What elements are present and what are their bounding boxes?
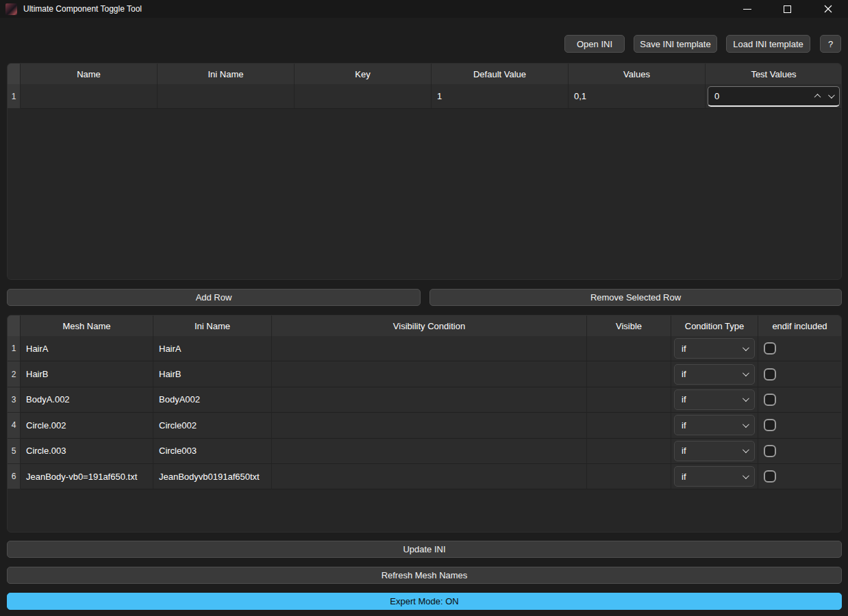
load-ini-template-button[interactable]: Load INI template — [726, 35, 810, 53]
open-ini-button[interactable]: Open INI — [564, 35, 625, 53]
update-ini-button[interactable]: Update INI — [7, 541, 842, 558]
spinbox-value: 0 — [714, 91, 815, 101]
app-window: Ultimate Component Toggle Tool Open INI … — [0, 0, 848, 616]
cell-condition-type: if — [671, 387, 758, 413]
cell-visible[interactable] — [587, 336, 671, 361]
col-visible[interactable]: Visible — [587, 316, 671, 336]
help-button[interactable]: ? — [820, 35, 841, 53]
row-number[interactable]: 6 — [8, 464, 21, 489]
cell-visible[interactable] — [587, 413, 671, 438]
row-number[interactable]: 1 — [8, 84, 21, 109]
cell-condition-type: if — [671, 361, 758, 387]
cell-visibility-condition[interactable] — [272, 387, 587, 413]
cell-default-value[interactable]: 1 — [432, 84, 569, 109]
add-row-button[interactable]: Add Row — [7, 289, 421, 306]
cell-ini-name[interactable]: BodyA002 — [153, 387, 272, 413]
cell-ini-name[interactable] — [158, 84, 295, 109]
row-number[interactable]: 4 — [8, 413, 21, 438]
remove-selected-row-button[interactable]: Remove Selected Row — [429, 289, 842, 306]
col-ini-name[interactable]: Ini Name — [158, 64, 295, 84]
cell-endif-included — [758, 361, 842, 387]
chevron-down-icon[interactable] — [828, 92, 835, 99]
cell-mesh-name[interactable]: HairA — [21, 336, 153, 361]
table-row: 6 JeanBody-vb0=191af650.txt JeanBodyvb01… — [8, 464, 841, 489]
endif-checkbox[interactable] — [764, 368, 776, 381]
cell-test-values: 0 — [706, 84, 842, 109]
cell-endif-included — [758, 464, 842, 489]
close-button[interactable] — [808, 0, 848, 18]
condition-type-select[interactable]: if — [674, 441, 755, 461]
cell-ini-name[interactable]: JeanBodyvb0191af650txt — [153, 464, 272, 489]
cell-condition-type: if — [671, 464, 758, 489]
test-values-spinbox[interactable]: 0 — [708, 86, 840, 107]
condition-type-select[interactable]: if — [674, 338, 755, 359]
cell-ini-name[interactable]: HairA — [153, 336, 272, 361]
cell-ini-name[interactable]: Circle003 — [153, 439, 272, 464]
chevron-down-icon — [743, 370, 749, 376]
chevron-down-icon — [743, 396, 749, 402]
col-key[interactable]: Key — [295, 64, 432, 84]
col-name[interactable]: Name — [21, 64, 158, 84]
condition-type-select[interactable]: if — [674, 364, 755, 385]
col-endif-included[interactable]: endif included — [758, 316, 842, 336]
cell-endif-included — [758, 336, 842, 361]
cell-condition-type: if — [671, 439, 758, 464]
col-mesh-name[interactable]: Mesh Name — [21, 316, 153, 336]
col-condition-type[interactable]: Condition Type — [671, 316, 758, 336]
refresh-mesh-names-button[interactable]: Refresh Mesh Names — [7, 567, 842, 584]
table-row: 5 Circle.003 Circle003 if — [8, 439, 841, 464]
cell-visible[interactable] — [587, 439, 671, 464]
cell-visibility-condition[interactable] — [272, 361, 587, 387]
maximize-button[interactable] — [767, 0, 808, 18]
toggle-table-header: Name Ini Name Key Default Value Values T… — [8, 64, 841, 84]
endif-checkbox[interactable] — [764, 445, 776, 457]
cell-values[interactable]: 0,1 — [569, 84, 706, 109]
maximize-icon — [784, 5, 791, 13]
chevron-up-icon[interactable] — [814, 93, 821, 100]
condition-type-select[interactable]: if — [674, 389, 755, 410]
cell-mesh-name[interactable]: Circle.002 — [21, 413, 153, 438]
cell-ini-name[interactable]: HairB — [153, 361, 272, 387]
row-number[interactable]: 3 — [8, 387, 21, 413]
endif-checkbox[interactable] — [764, 419, 776, 431]
cell-visible[interactable] — [587, 361, 671, 387]
cell-key[interactable] — [295, 84, 432, 109]
endif-checkbox[interactable] — [764, 470, 776, 483]
cell-name[interactable] — [21, 84, 158, 109]
toggle-table: Name Ini Name Key Default Value Values T… — [7, 63, 842, 280]
col-values[interactable]: Values — [569, 64, 706, 84]
endif-checkbox[interactable] — [764, 394, 776, 406]
cell-visibility-condition[interactable] — [272, 413, 587, 438]
cell-mesh-name[interactable]: JeanBody-vb0=191af650.txt — [21, 464, 153, 489]
cell-endif-included — [758, 439, 842, 464]
cell-visible[interactable] — [587, 387, 671, 413]
cell-mesh-name[interactable]: Circle.003 — [21, 439, 153, 464]
table-row: 2 HairB HairB if — [8, 361, 841, 387]
cell-ini-name[interactable]: Circle002 — [153, 413, 272, 438]
table-row: 3 BodyA.002 BodyA002 if — [8, 387, 841, 413]
cell-visibility-condition[interactable] — [272, 464, 587, 489]
window-controls — [727, 0, 848, 18]
cell-visibility-condition[interactable] — [272, 336, 587, 361]
save-ini-template-button[interactable]: Save INI template — [634, 35, 717, 53]
condition-type-select[interactable]: if — [674, 415, 755, 435]
cell-mesh-name[interactable]: HairB — [21, 361, 153, 387]
corner-header — [8, 316, 21, 336]
col-visibility-condition[interactable]: Visibility Condition — [272, 316, 587, 336]
cell-mesh-name[interactable]: BodyA.002 — [21, 387, 153, 413]
mesh-table-header: Mesh Name Ini Name Visibility Condition … — [8, 316, 841, 336]
row-number[interactable]: 2 — [8, 361, 21, 387]
expert-mode-toggle-button[interactable]: Expert Mode: ON — [7, 593, 842, 610]
row-number[interactable]: 5 — [8, 439, 21, 464]
row-number[interactable]: 1 — [8, 336, 21, 361]
col-ini-name[interactable]: Ini Name — [153, 316, 272, 336]
cell-visibility-condition[interactable] — [272, 439, 587, 464]
col-default-value[interactable]: Default Value — [432, 64, 569, 84]
app-icon — [5, 3, 17, 15]
minimize-button[interactable] — [727, 0, 767, 18]
condition-type-select[interactable]: if — [674, 466, 755, 487]
col-test-values[interactable]: Test Values — [706, 64, 842, 84]
endif-checkbox[interactable] — [764, 342, 776, 355]
cell-condition-type: if — [671, 413, 758, 438]
cell-visible[interactable] — [587, 464, 671, 489]
